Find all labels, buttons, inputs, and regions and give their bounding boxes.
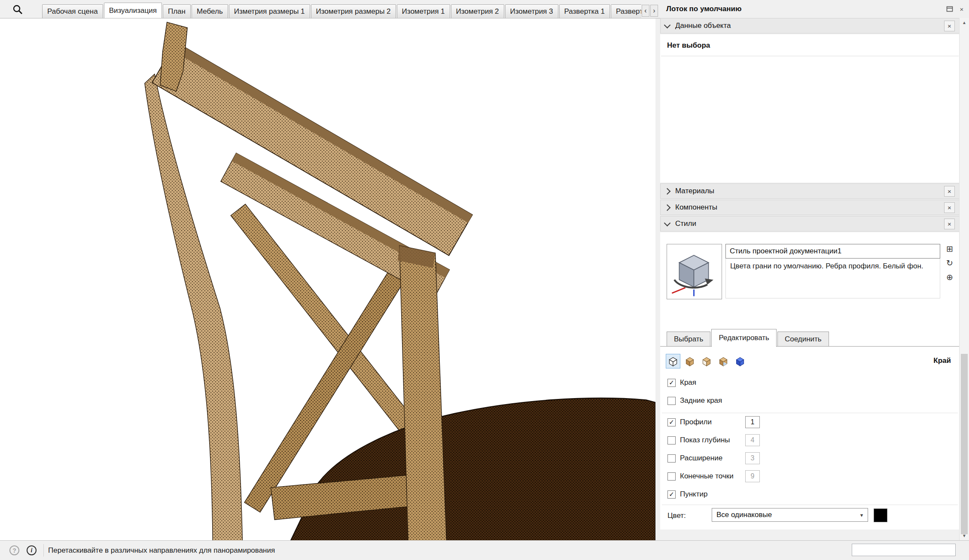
face-settings-button[interactable]: [683, 354, 697, 368]
tabs-scroll-right-button[interactable]: ›: [650, 5, 658, 17]
depth-cue-label: Показ глубины: [680, 436, 730, 444]
window-icon: [946, 6, 953, 12]
tabs-scroll-left-button[interactable]: ‹: [642, 5, 649, 17]
endpoints-row: Конечные точки: [667, 472, 734, 481]
scene-tab[interactable]: Изометрия 2: [451, 4, 504, 18]
depth-cue-checkbox[interactable]: [667, 436, 676, 444]
shaded-cube-icon: [685, 356, 695, 366]
chevron-down-icon: [664, 219, 671, 226]
color-row: Цвет:: [667, 511, 686, 520]
tray-scrollbar[interactable]: ▲ ▼: [959, 18, 969, 541]
endpoints-checkbox[interactable]: [667, 472, 676, 481]
measurements-input[interactable]: [852, 544, 956, 556]
profiles-value-input[interactable]: [745, 416, 760, 428]
scene-tab[interactable]: Изометрия размеры 2: [311, 4, 396, 18]
magnifier-icon: [12, 4, 23, 15]
close-section-icon[interactable]: ×: [944, 21, 955, 31]
style-description[interactable]: Цвета грани по умолчанию. Ребра профиля.…: [725, 259, 940, 298]
divider: [661, 56, 959, 56]
tray-dock-icon[interactable]: [945, 4, 954, 14]
depth-cue-row: Показ глубины: [667, 436, 730, 444]
chair-model: [0, 18, 655, 541]
scroll-up-icon[interactable]: ▲: [960, 18, 969, 27]
profiles-checkbox[interactable]: ✓: [667, 418, 676, 426]
extension-checkbox[interactable]: [667, 454, 676, 463]
watermark-cube-icon: [718, 356, 728, 366]
3d-viewport[interactable]: [0, 18, 655, 541]
status-hint: Перетаскивайте в различных направлениях …: [48, 541, 275, 560]
background-settings-button[interactable]: [699, 354, 714, 368]
tray-title-bar: Лоток по умолчанию: [660, 0, 969, 18]
section-header-entity-info[interactable]: Данные объекта ×: [660, 18, 960, 33]
endpoints-value-input[interactable]: [745, 470, 760, 482]
dropdown-arrow-icon: ▾: [856, 512, 868, 518]
style-name-input[interactable]: [725, 244, 940, 259]
extension-row: Расширение: [667, 454, 722, 463]
help-icon[interactable]: ?: [9, 545, 19, 555]
close-section-icon[interactable]: ×: [944, 219, 955, 229]
back-edges-row: Задние края: [667, 396, 722, 405]
close-section-icon[interactable]: ×: [944, 186, 955, 197]
edges-label: Края: [680, 378, 696, 387]
scene-tab[interactable]: Рабочая сцена: [42, 4, 103, 18]
scene-tab[interactable]: Изометрия 1: [397, 4, 450, 18]
extension-value-input[interactable]: [745, 452, 760, 464]
wireframe-cube-icon: [668, 356, 678, 366]
status-bar: ? i Перетаскивайте в различных направлен…: [0, 540, 969, 560]
back-edges-checkbox[interactable]: [667, 397, 676, 405]
section-label: Материалы: [675, 187, 714, 195]
scrollbar-thumb[interactable]: [961, 354, 968, 534]
close-section-icon[interactable]: ×: [944, 202, 955, 213]
section-label: Стили: [675, 219, 696, 228]
scene-tab[interactable]: Мебель: [192, 4, 228, 18]
dashes-label: Пунктир: [680, 490, 707, 499]
scene-tab[interactable]: Изметрия размеры 1: [229, 4, 310, 18]
scene-tab[interactable]: Изометрия 3: [505, 4, 558, 18]
scene-tab[interactable]: Развертка 1: [559, 4, 610, 18]
modeling-settings-button[interactable]: [733, 354, 747, 368]
profiles-label: Профили: [680, 418, 712, 426]
scene-tab[interactable]: Развертка 2: [611, 4, 641, 18]
style-preview-icon: [667, 244, 721, 298]
depth-cue-value-input[interactable]: [745, 434, 760, 446]
dashes-row: ✓ Пунктир: [667, 490, 707, 499]
scene-tab[interactable]: План: [163, 4, 191, 18]
divider: [662, 413, 958, 413]
chevron-right-icon: [664, 188, 671, 195]
edges-checkbox[interactable]: ✓: [667, 379, 676, 387]
dashes-checkbox[interactable]: ✓: [667, 490, 676, 499]
entity-info-panel: Нет выбора: [660, 34, 960, 183]
info-icon[interactable]: i: [27, 545, 37, 555]
watermark-settings-button[interactable]: [716, 354, 731, 368]
color-swatch[interactable]: [874, 508, 887, 522]
edge-settings-button[interactable]: [666, 354, 680, 368]
update-style-icon[interactable]: ↻: [944, 257, 955, 268]
add-style-icon[interactable]: ⊕: [944, 271, 955, 283]
profiles-row: ✓ Профили: [667, 418, 712, 426]
color-dropdown[interactable]: Все одинаковые ▾: [712, 508, 868, 522]
default-tray: Лоток по умолчанию × Данные объекта × Не…: [660, 0, 969, 541]
tray-close-icon[interactable]: ×: [957, 4, 966, 14]
styles-tabs: Выбрать Редактировать Соединить: [667, 329, 830, 347]
section-header-materials[interactable]: Материалы ×: [660, 183, 960, 199]
scroll-down-icon[interactable]: ▼: [960, 531, 969, 541]
scene-tab-active[interactable]: Визуализация: [104, 3, 162, 18]
edge-category-label: Край: [933, 356, 951, 365]
blue-cube-icon: [735, 356, 745, 366]
back-edges-label: Задние края: [680, 396, 722, 405]
tab-mix[interactable]: Соединить: [777, 332, 829, 347]
tab-select[interactable]: Выбрать: [667, 332, 710, 347]
section-label: Данные объекта: [675, 21, 731, 30]
tab-edit[interactable]: Редактировать: [711, 329, 776, 347]
style-thumbnail[interactable]: [667, 244, 722, 299]
section-header-components[interactable]: Компоненты ×: [660, 200, 960, 215]
section-header-styles[interactable]: Стили ×: [660, 216, 960, 231]
new-style-icon[interactable]: ⊞: [944, 243, 955, 254]
search-icon[interactable]: [11, 3, 24, 16]
edit-category-icons: [666, 354, 747, 368]
tray-body: Данные объекта × Нет выбора Материалы × …: [660, 18, 960, 541]
styles-panel: Цвета грани по умолчанию. Ребра профиля.…: [660, 232, 960, 530]
tabs-scroll-nav: ‹ ›: [642, 5, 658, 17]
scene-tabs: Рабочая сцена Визуализация План Мебель И…: [42, 0, 641, 18]
color-label: Цвет:: [667, 511, 686, 520]
